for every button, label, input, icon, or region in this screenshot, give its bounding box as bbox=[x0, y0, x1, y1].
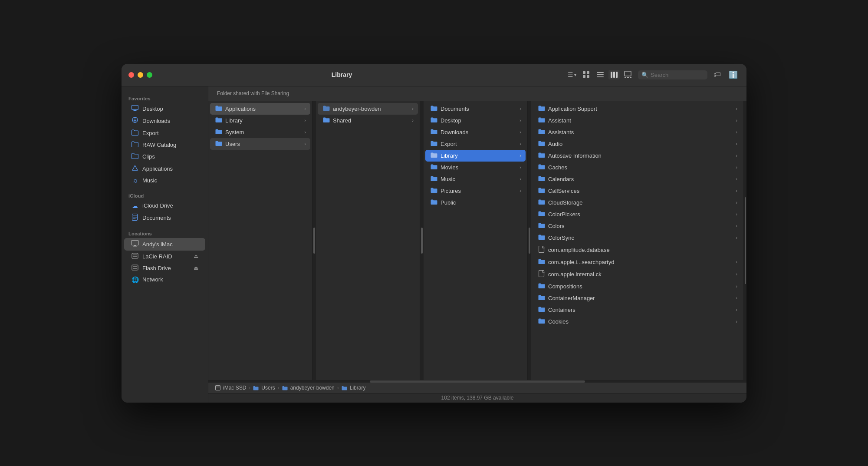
col-item-assistants[interactable]: Assistants › bbox=[533, 126, 742, 138]
col-item-applications[interactable]: Applications › bbox=[210, 103, 310, 115]
sidebar-item-icloud-drive[interactable]: ☁ iCloud Drive bbox=[124, 200, 205, 212]
col-item-cloudstorage[interactable]: CloudStorage › bbox=[533, 197, 742, 208]
column-view-button[interactable] bbox=[608, 70, 620, 79]
icloud-drive-icon: ☁ bbox=[131, 202, 139, 209]
col-item-label: Public bbox=[441, 199, 456, 206]
col-item-containermanager[interactable]: ContainerManager › bbox=[533, 292, 742, 304]
breadcrumb-item-imac-ssd[interactable]: iMac SSD bbox=[215, 385, 246, 391]
scroll-track-3[interactable] bbox=[528, 101, 531, 380]
col-item-com-amplitude-database[interactable]: com.amplitude.database bbox=[533, 244, 742, 256]
folder-icon bbox=[215, 140, 222, 148]
h-scrollbar[interactable] bbox=[208, 380, 746, 383]
col-item-andybeyer[interactable]: andybeyer-bowden › bbox=[318, 103, 418, 115]
sidebar-item-flash-drive[interactable]: Flash Drive ⏏ bbox=[124, 262, 205, 274]
sidebar-item-export[interactable]: Export bbox=[124, 127, 205, 139]
col-item-downloads[interactable]: Downloads › bbox=[425, 126, 526, 138]
export-folder-icon bbox=[131, 129, 139, 137]
finder-window: Library ☰ ▾ bbox=[122, 64, 746, 403]
clips-icon bbox=[131, 153, 139, 160]
folder-icon bbox=[538, 258, 545, 266]
col-item-label: Library bbox=[441, 152, 458, 159]
col-item-colors[interactable]: Colors › bbox=[533, 220, 742, 232]
col-item-system[interactable]: System › bbox=[210, 126, 310, 138]
col-item-label: Export bbox=[441, 141, 457, 147]
breadcrumb-sep: › bbox=[249, 385, 250, 391]
sidebar-item-label: Clips bbox=[142, 153, 155, 160]
icon-view-button[interactable] bbox=[581, 70, 592, 79]
sidebar-item-label: LaCie RAID bbox=[142, 253, 172, 260]
col-item-caches[interactable]: Caches › bbox=[533, 162, 742, 173]
svg-rect-33 bbox=[539, 270, 544, 277]
col-item-documents[interactable]: Documents › bbox=[425, 103, 526, 115]
eject-icon[interactable]: ⏏ bbox=[194, 265, 198, 271]
scroll-track-1[interactable] bbox=[312, 101, 316, 380]
col-item-music[interactable]: Music › bbox=[425, 173, 526, 185]
sidebar-item-andys-imac[interactable]: Andy's iMac bbox=[124, 238, 205, 251]
sidebar-item-downloads[interactable]: Downloads bbox=[124, 115, 205, 127]
col-item-export[interactable]: Export › bbox=[425, 138, 526, 150]
col-item-pictures[interactable]: Pictures › bbox=[425, 185, 526, 197]
chevron-icon: › bbox=[304, 118, 306, 123]
col-item-library-selected[interactable]: Library › bbox=[425, 150, 526, 162]
bottom-bar: iMac SSD › Users › andybeyer-bowden › bbox=[208, 380, 746, 403]
col-item-com-apple-i---searchpartyd[interactable]: com.apple.i...searchpartyd › bbox=[533, 256, 742, 268]
col-item-label: Documents bbox=[441, 106, 469, 112]
sidebar-item-applications[interactable]: Applications bbox=[124, 162, 205, 175]
chevron-icon: › bbox=[519, 141, 521, 146]
col-item-colorsync[interactable]: ColorSync › bbox=[533, 232, 742, 244]
col-item-cookies[interactable]: Cookies › bbox=[533, 316, 742, 327]
scroll-track-2[interactable] bbox=[420, 101, 424, 380]
svg-rect-7 bbox=[611, 72, 612, 78]
sidebar-item-music[interactable]: ♫ Music bbox=[124, 175, 205, 186]
status-bar: 102 items, 138.97 GB available bbox=[208, 393, 746, 403]
col-item-assistant[interactable]: Assistant › bbox=[533, 115, 742, 126]
list-view-dropdown-button[interactable]: ☰ ▾ bbox=[566, 70, 578, 79]
gallery-view-button[interactable] bbox=[622, 70, 634, 79]
sidebar-item-documents[interactable]: Documents bbox=[124, 212, 205, 224]
col-item-shared[interactable]: Shared › bbox=[318, 115, 418, 126]
svg-rect-6 bbox=[597, 76, 604, 77]
sidebar-item-lacie-raid[interactable]: LaCie RAID ⏏ bbox=[124, 251, 205, 262]
search-input[interactable] bbox=[651, 72, 703, 78]
desktop-icon bbox=[131, 105, 139, 112]
col-item-movies[interactable]: Movies › bbox=[425, 162, 526, 173]
col-item-compositions[interactable]: Compositions › bbox=[533, 281, 742, 292]
eject-icon[interactable]: ⏏ bbox=[194, 253, 198, 259]
content-area: Folder shared with File Sharing Applicat… bbox=[208, 86, 746, 403]
col-item-containers[interactable]: Containers › bbox=[533, 304, 742, 316]
search-bar[interactable]: 🔍 bbox=[638, 70, 707, 79]
breadcrumb-item-library[interactable]: Library bbox=[342, 385, 366, 391]
col-item-application-support[interactable]: Application Support › bbox=[533, 103, 742, 115]
svg-rect-8 bbox=[613, 72, 615, 78]
sidebar-item-network[interactable]: 🌐 Network bbox=[124, 274, 205, 285]
folder-icon bbox=[538, 105, 545, 112]
col-item-com-apple-internal-ck[interactable]: com.apple.internal.ck › bbox=[533, 268, 742, 281]
row-view-button[interactable] bbox=[595, 70, 606, 79]
sidebar-item-clips[interactable]: Clips bbox=[124, 151, 205, 162]
tag-button[interactable]: 🏷 bbox=[712, 69, 723, 80]
col-item-desktop[interactable]: Desktop › bbox=[425, 115, 526, 126]
scroll-track-4[interactable] bbox=[744, 101, 746, 380]
col-item-autosave-information[interactable]: Autosave Information › bbox=[533, 150, 742, 162]
scroll-thumb-1 bbox=[313, 228, 315, 254]
col-item-audio[interactable]: Audio › bbox=[533, 138, 742, 150]
col-item-library[interactable]: Library › bbox=[210, 115, 310, 126]
col-item-users[interactable]: Users › bbox=[210, 138, 310, 150]
documents-icon bbox=[131, 214, 139, 222]
col-item-colorpickers[interactable]: ColorPickers › bbox=[533, 208, 742, 220]
folder-icon bbox=[431, 187, 437, 195]
col-item-label: Audio bbox=[548, 141, 562, 147]
info-button[interactable]: ℹ️ bbox=[727, 69, 740, 80]
breadcrumb-item-users[interactable]: Users bbox=[253, 385, 275, 391]
col-item-public[interactable]: Public bbox=[425, 197, 526, 208]
col-item-callservices[interactable]: CallServices › bbox=[533, 185, 742, 197]
col-item-label: Shared bbox=[333, 117, 351, 124]
sidebar-item-raw-catalog[interactable]: RAW Catalog bbox=[124, 139, 205, 151]
folder-icon bbox=[215, 105, 222, 112]
column-browser: Applications › Library › bbox=[208, 101, 746, 380]
search-icon: 🔍 bbox=[641, 72, 648, 78]
col-item-calendars[interactable]: Calendars › bbox=[533, 173, 742, 185]
breadcrumb-item-andybeyer[interactable]: andybeyer-bowden bbox=[282, 385, 335, 391]
chevron-icon: › bbox=[519, 106, 521, 111]
sidebar-item-desktop[interactable]: Desktop bbox=[124, 103, 205, 115]
